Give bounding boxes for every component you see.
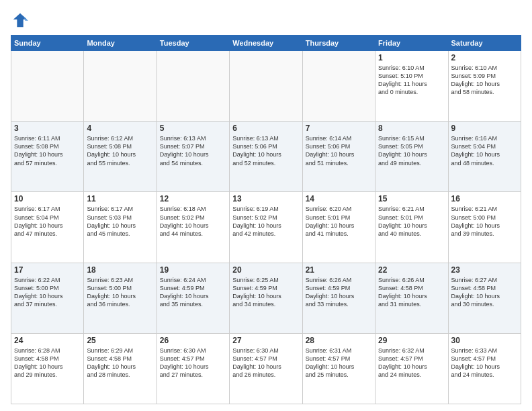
calendar-cell: 2Sunrise: 6:10 AM Sunset: 5:09 PM Daylig… xyxy=(448,51,521,122)
day-info: Sunrise: 6:21 AM Sunset: 5:00 PM Dayligh… xyxy=(451,205,518,238)
day-number: 14 xyxy=(306,194,372,203)
calendar-cell: 28Sunrise: 6:31 AM Sunset: 4:57 PM Dayli… xyxy=(302,333,375,404)
weekday-header: Tuesday xyxy=(157,36,229,51)
week-row: 1Sunrise: 6:10 AM Sunset: 5:10 PM Daylig… xyxy=(11,51,521,122)
week-row: 24Sunrise: 6:28 AM Sunset: 4:58 PM Dayli… xyxy=(11,333,521,404)
calendar-cell: 9Sunrise: 6:16 AM Sunset: 5:04 PM Daylig… xyxy=(448,122,521,192)
calendar-cell: 6Sunrise: 6:13 AM Sunset: 5:06 PM Daylig… xyxy=(230,122,302,192)
day-number: 6 xyxy=(232,124,299,133)
day-number: 19 xyxy=(160,265,226,275)
day-number: 8 xyxy=(378,124,445,133)
weekday-header: Wednesday xyxy=(230,36,302,51)
day-info: Sunrise: 6:15 AM Sunset: 5:05 PM Dayligh… xyxy=(378,134,445,167)
day-number: 18 xyxy=(87,265,153,275)
day-info: Sunrise: 6:12 AM Sunset: 5:08 PM Dayligh… xyxy=(87,134,153,167)
calendar-cell: 19Sunrise: 6:24 AM Sunset: 4:59 PM Dayli… xyxy=(157,263,229,333)
calendar-cell: 15Sunrise: 6:21 AM Sunset: 5:01 PM Dayli… xyxy=(375,192,448,263)
day-number: 2 xyxy=(451,53,518,62)
day-info: Sunrise: 6:21 AM Sunset: 5:01 PM Dayligh… xyxy=(378,205,445,238)
calendar-cell xyxy=(302,51,375,122)
day-number: 9 xyxy=(451,124,518,133)
week-row: 17Sunrise: 6:22 AM Sunset: 5:00 PM Dayli… xyxy=(11,263,521,333)
day-info: Sunrise: 6:13 AM Sunset: 5:06 PM Dayligh… xyxy=(232,134,299,167)
day-info: Sunrise: 6:32 AM Sunset: 4:57 PM Dayligh… xyxy=(378,347,445,379)
calendar-cell: 21Sunrise: 6:26 AM Sunset: 4:59 PM Dayli… xyxy=(302,263,375,333)
day-info: Sunrise: 6:23 AM Sunset: 5:00 PM Dayligh… xyxy=(87,276,153,309)
calendar-cell: 24Sunrise: 6:28 AM Sunset: 4:58 PM Dayli… xyxy=(11,333,84,404)
day-info: Sunrise: 6:18 AM Sunset: 5:02 PM Dayligh… xyxy=(160,205,226,238)
day-info: Sunrise: 6:30 AM Sunset: 4:57 PM Dayligh… xyxy=(232,347,299,379)
calendar-cell: 14Sunrise: 6:20 AM Sunset: 5:01 PM Dayli… xyxy=(302,192,375,263)
page: SundayMondayTuesdayWednesdayThursdayFrid… xyxy=(0,0,532,411)
day-number: 29 xyxy=(378,336,445,345)
day-number: 11 xyxy=(87,194,153,203)
calendar-cell xyxy=(84,51,157,122)
calendar-cell: 20Sunrise: 6:25 AM Sunset: 4:59 PM Dayli… xyxy=(230,263,302,333)
day-number: 30 xyxy=(451,336,518,345)
day-info: Sunrise: 6:14 AM Sunset: 5:06 PM Dayligh… xyxy=(306,134,372,167)
week-row: 3Sunrise: 6:11 AM Sunset: 5:08 PM Daylig… xyxy=(11,122,521,192)
calendar-cell: 8Sunrise: 6:15 AM Sunset: 5:05 PM Daylig… xyxy=(375,122,448,192)
calendar-cell: 4Sunrise: 6:12 AM Sunset: 5:08 PM Daylig… xyxy=(84,122,157,192)
day-number: 20 xyxy=(232,265,299,275)
logo-icon xyxy=(11,11,30,30)
weekday-header: Monday xyxy=(84,36,157,51)
day-number: 27 xyxy=(232,336,299,345)
day-number: 13 xyxy=(232,194,299,203)
day-info: Sunrise: 6:16 AM Sunset: 5:04 PM Dayligh… xyxy=(451,134,518,167)
header xyxy=(11,8,521,30)
day-info: Sunrise: 6:10 AM Sunset: 5:10 PM Dayligh… xyxy=(378,64,445,97)
calendar-cell: 13Sunrise: 6:19 AM Sunset: 5:02 PM Dayli… xyxy=(230,192,302,263)
weekday-header: Thursday xyxy=(302,36,375,51)
day-info: Sunrise: 6:24 AM Sunset: 4:59 PM Dayligh… xyxy=(160,276,226,309)
calendar-cell: 12Sunrise: 6:18 AM Sunset: 5:02 PM Dayli… xyxy=(157,192,229,263)
calendar-cell: 11Sunrise: 6:17 AM Sunset: 5:03 PM Dayli… xyxy=(84,192,157,263)
day-number: 17 xyxy=(14,265,81,275)
day-number: 16 xyxy=(451,194,518,203)
day-info: Sunrise: 6:26 AM Sunset: 4:58 PM Dayligh… xyxy=(378,276,445,309)
day-number: 22 xyxy=(378,265,445,275)
day-number: 23 xyxy=(451,265,518,275)
day-number: 15 xyxy=(378,194,445,203)
logo xyxy=(11,8,32,30)
day-number: 5 xyxy=(160,124,226,133)
day-info: Sunrise: 6:11 AM Sunset: 5:08 PM Dayligh… xyxy=(14,134,81,167)
calendar-cell: 7Sunrise: 6:14 AM Sunset: 5:06 PM Daylig… xyxy=(302,122,375,192)
calendar-cell: 10Sunrise: 6:17 AM Sunset: 5:04 PM Dayli… xyxy=(11,192,84,263)
day-info: Sunrise: 6:29 AM Sunset: 4:58 PM Dayligh… xyxy=(87,347,153,379)
day-number: 7 xyxy=(306,124,372,133)
calendar: SundayMondayTuesdayWednesdayThursdayFrid… xyxy=(11,35,521,404)
day-info: Sunrise: 6:19 AM Sunset: 5:02 PM Dayligh… xyxy=(232,205,299,238)
weekday-header: Saturday xyxy=(448,36,521,51)
day-number: 28 xyxy=(306,336,372,345)
day-info: Sunrise: 6:17 AM Sunset: 5:03 PM Dayligh… xyxy=(87,205,153,238)
day-info: Sunrise: 6:22 AM Sunset: 5:00 PM Dayligh… xyxy=(14,276,81,309)
calendar-cell: 30Sunrise: 6:33 AM Sunset: 4:57 PM Dayli… xyxy=(448,333,521,404)
day-number: 26 xyxy=(160,336,226,345)
day-number: 25 xyxy=(87,336,153,345)
calendar-cell: 18Sunrise: 6:23 AM Sunset: 5:00 PM Dayli… xyxy=(84,263,157,333)
day-number: 21 xyxy=(306,265,372,275)
calendar-cell xyxy=(157,51,229,122)
weekday-header-row: SundayMondayTuesdayWednesdayThursdayFrid… xyxy=(11,36,521,51)
calendar-cell: 16Sunrise: 6:21 AM Sunset: 5:00 PM Dayli… xyxy=(448,192,521,263)
calendar-cell: 29Sunrise: 6:32 AM Sunset: 4:57 PM Dayli… xyxy=(375,333,448,404)
calendar-cell: 25Sunrise: 6:29 AM Sunset: 4:58 PM Dayli… xyxy=(84,333,157,404)
day-info: Sunrise: 6:25 AM Sunset: 4:59 PM Dayligh… xyxy=(232,276,299,309)
week-row: 10Sunrise: 6:17 AM Sunset: 5:04 PM Dayli… xyxy=(11,192,521,263)
weekday-header: Friday xyxy=(375,36,448,51)
day-number: 12 xyxy=(160,194,226,203)
day-info: Sunrise: 6:20 AM Sunset: 5:01 PM Dayligh… xyxy=(306,205,372,238)
calendar-cell: 1Sunrise: 6:10 AM Sunset: 5:10 PM Daylig… xyxy=(375,51,448,122)
day-info: Sunrise: 6:28 AM Sunset: 4:58 PM Dayligh… xyxy=(14,347,81,379)
day-info: Sunrise: 6:27 AM Sunset: 4:58 PM Dayligh… xyxy=(451,276,518,309)
day-number: 4 xyxy=(87,124,153,133)
day-number: 24 xyxy=(14,336,81,345)
calendar-cell: 5Sunrise: 6:13 AM Sunset: 5:07 PM Daylig… xyxy=(157,122,229,192)
day-number: 3 xyxy=(14,124,81,133)
calendar-cell: 22Sunrise: 6:26 AM Sunset: 4:58 PM Dayli… xyxy=(375,263,448,333)
day-info: Sunrise: 6:10 AM Sunset: 5:09 PM Dayligh… xyxy=(451,64,518,97)
calendar-cell xyxy=(230,51,302,122)
day-info: Sunrise: 6:26 AM Sunset: 4:59 PM Dayligh… xyxy=(306,276,372,309)
calendar-cell: 17Sunrise: 6:22 AM Sunset: 5:00 PM Dayli… xyxy=(11,263,84,333)
